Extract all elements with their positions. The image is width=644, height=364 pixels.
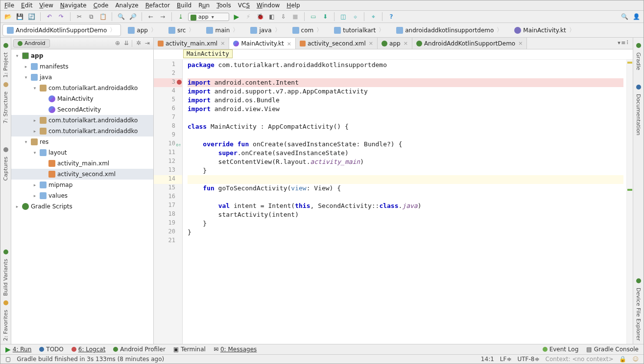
theme-editor-icon[interactable]: ⟐ bbox=[351, 12, 359, 21]
breakpoint-icon[interactable] bbox=[177, 80, 182, 85]
run-icon[interactable]: ▶ bbox=[232, 12, 241, 21]
tab-todo[interactable]: TODO bbox=[39, 346, 63, 353]
replace-icon[interactable]: 🔎 bbox=[128, 12, 137, 21]
override-icon[interactable]: o↑ bbox=[176, 142, 181, 147]
collapse-all-icon[interactable]: ⇊ bbox=[122, 40, 130, 47]
warn-marker-icon[interactable] bbox=[627, 62, 632, 64]
project-view-selector[interactable]: Android bbox=[13, 39, 50, 47]
tree-item[interactable]: activity_main.xml bbox=[11, 158, 153, 169]
tree-twisty-icon[interactable]: ▾ bbox=[32, 150, 38, 155]
editor-tab[interactable]: activity_main.xml× bbox=[154, 38, 229, 49]
menu-tools[interactable]: Tools bbox=[216, 2, 231, 9]
close-tab-icon[interactable]: × bbox=[220, 40, 225, 46]
layout-inspector-icon[interactable]: ◫ bbox=[339, 12, 348, 21]
project-structure-icon[interactable]: ⌖ bbox=[369, 12, 378, 21]
menu-window[interactable]: Window bbox=[257, 2, 280, 9]
menu-run[interactable]: Run bbox=[198, 2, 210, 9]
tree-twisty-icon[interactable]: ▸ bbox=[32, 182, 38, 187]
line-ending[interactable]: LF≑ bbox=[500, 356, 512, 363]
menu-build[interactable]: Build bbox=[177, 2, 191, 9]
tab-gradle-console[interactable]: ▤ Gradle Console bbox=[586, 346, 639, 353]
editor-gutter[interactable]: 12345678910o↑1112131415161718192021 bbox=[154, 60, 183, 344]
undo-icon[interactable]: ↶ bbox=[45, 12, 54, 21]
tree-item[interactable]: SecondActivity bbox=[11, 104, 153, 115]
tree-twisty-icon[interactable]: ▾ bbox=[23, 75, 29, 80]
breadcrumb-3[interactable]: main〉 bbox=[202, 24, 243, 36]
tab-captures[interactable]: Captures bbox=[2, 157, 9, 181]
breadcrumb-5[interactable]: com〉 bbox=[288, 24, 328, 36]
menu-navigate[interactable]: Navigate bbox=[60, 2, 87, 9]
lock-icon[interactable]: 🔒 bbox=[619, 356, 626, 363]
breadcrumb-7[interactable]: androidaddkotlinsupportdemo〉 bbox=[392, 24, 507, 36]
menu-analyze[interactable]: Analyze bbox=[115, 2, 138, 9]
user-icon[interactable]: 👤 bbox=[632, 12, 641, 21]
breadcrumb-1[interactable]: app〉 bbox=[124, 24, 162, 36]
avd-icon[interactable]: ▭ bbox=[309, 12, 318, 21]
tree-twisty-icon[interactable]: ▸ bbox=[32, 129, 38, 134]
tree-item[interactable]: ▸Gradle Scripts bbox=[11, 201, 153, 212]
tree-item[interactable]: ▾com.tutorialkart.androidaddko bbox=[11, 83, 153, 93]
breadcrumb-8[interactable]: MainActivity.kt〉 bbox=[510, 24, 579, 36]
tab-structure[interactable]: 7: Structure bbox=[2, 91, 9, 123]
breadcrumb-6[interactable]: tutorialkart〉 bbox=[330, 24, 389, 36]
tab-run-bottom[interactable]: ▶ 4: Run bbox=[5, 345, 31, 353]
find-icon[interactable]: 🔍 bbox=[117, 12, 125, 21]
back-icon[interactable]: ← bbox=[146, 12, 155, 21]
attach-icon[interactable]: ⇩ bbox=[279, 12, 288, 21]
menu-refactor[interactable]: Refactor bbox=[145, 2, 170, 9]
tree-item[interactable]: ▸com.tutorialkart.androidaddko bbox=[11, 126, 153, 136]
breadcrumb-0[interactable]: AndroidAddKotlinSupportDemo〉 bbox=[2, 24, 121, 36]
editor-tab[interactable]: activity_second.xml× bbox=[296, 38, 378, 49]
sdk-icon[interactable]: ⬇ bbox=[321, 12, 330, 21]
tab-device-file-explorer[interactable]: Device File Explorer bbox=[635, 288, 642, 341]
close-tab-icon[interactable]: × bbox=[518, 40, 523, 46]
context-indicator[interactable]: Context: <no context> bbox=[546, 356, 614, 363]
editor-tab[interactable]: app× bbox=[378, 38, 412, 49]
cut-icon[interactable]: ✂ bbox=[75, 12, 84, 21]
tabs-overflow-icon[interactable]: ▾ ≡ ⠇ bbox=[615, 38, 633, 49]
make-icon[interactable]: ⤓ bbox=[176, 12, 185, 21]
save-icon[interactable]: 💾 bbox=[15, 12, 24, 21]
editor-crumb-class[interactable]: MainActivity bbox=[183, 49, 233, 58]
stop-icon[interactable]: ■ bbox=[291, 12, 300, 21]
tab-messages[interactable]: ✉ 0: Messages bbox=[214, 346, 257, 353]
copy-icon[interactable]: ⧉ bbox=[87, 12, 95, 21]
help-icon[interactable]: ? bbox=[387, 12, 396, 21]
breadcrumb-2[interactable]: src〉 bbox=[165, 24, 200, 36]
tree-item[interactable]: ▾java bbox=[11, 72, 153, 83]
tree-item[interactable]: activity_second.xml bbox=[11, 169, 153, 180]
menu-help[interactable]: Help bbox=[286, 2, 300, 9]
tree-twisty-icon[interactable]: ▸ bbox=[32, 118, 38, 123]
project-tree[interactable]: ▾app▸manifests▾java▾com.tutorialkart.and… bbox=[11, 49, 153, 344]
tree-item[interactable]: ▸values bbox=[11, 190, 153, 201]
hint-marker-icon[interactable] bbox=[627, 189, 632, 191]
menu-vcs[interactable]: VCS bbox=[238, 2, 250, 9]
menu-view[interactable]: View bbox=[39, 2, 53, 9]
run-config-selector[interactable]: app bbox=[188, 13, 229, 21]
tab-terminal[interactable]: ▣ Terminal bbox=[173, 346, 206, 353]
tree-item[interactable]: MainActivity bbox=[11, 93, 153, 104]
tab-favorites[interactable]: 2: Favorites bbox=[2, 310, 9, 341]
tree-item[interactable]: ▾layout bbox=[11, 147, 153, 158]
tree-item[interactable]: ▾res bbox=[11, 136, 153, 147]
debug-icon[interactable]: 🐞 bbox=[256, 12, 264, 21]
menu-code[interactable]: Code bbox=[94, 2, 109, 9]
tree-twisty-icon[interactable]: ▾ bbox=[32, 86, 38, 91]
tree-item[interactable]: ▸manifests bbox=[11, 61, 153, 72]
apply-changes-icon[interactable]: ⚡ bbox=[244, 12, 253, 21]
file-encoding[interactable]: UTF-8≑ bbox=[517, 356, 539, 363]
hector-icon[interactable]: ☺ bbox=[632, 356, 639, 363]
caret-position[interactable]: 14:1 bbox=[481, 356, 494, 363]
tree-item[interactable]: ▸com.tutorialkart.androidaddko bbox=[11, 115, 153, 126]
settings-gear-icon[interactable]: ✲ bbox=[135, 40, 143, 47]
tree-twisty-icon[interactable]: ▸ bbox=[32, 193, 38, 198]
close-tab-icon[interactable]: × bbox=[287, 41, 291, 47]
code-editor[interactable]: package com.tutorialkart.androidaddkotli… bbox=[183, 60, 626, 344]
forward-icon[interactable]: → bbox=[158, 12, 167, 21]
tab-profiler[interactable]: Android Profiler bbox=[113, 346, 165, 353]
tab-event-log[interactable]: Event Log bbox=[543, 346, 579, 353]
hide-icon[interactable]: ⇥ bbox=[143, 40, 151, 47]
redo-icon[interactable]: ↷ bbox=[57, 12, 66, 21]
editor-tab[interactable]: MainActivity.kt× bbox=[229, 38, 296, 49]
menu-edit[interactable]: Edit bbox=[21, 2, 32, 9]
